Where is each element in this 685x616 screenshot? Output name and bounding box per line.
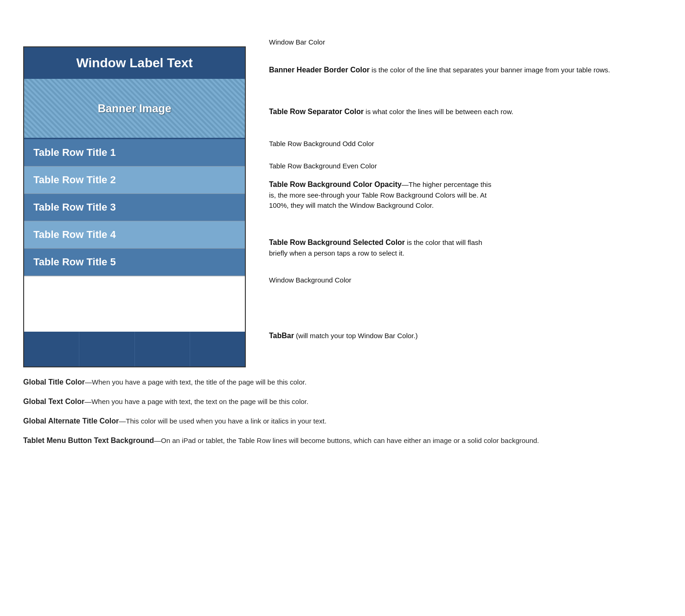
table-row-title: Table Row Title 4 (33, 229, 116, 240)
annotations-panel: Window Bar Color Banner Header Border Co… (246, 19, 610, 349)
annotation-label-rest: is the color of the line that separates … (370, 66, 610, 74)
annotation-row-bg-even: Table Row Background Even Color (269, 161, 610, 172)
annotation-banner-border: Banner Header Border Color is the color … (269, 64, 610, 76)
table-row[interactable]: Table Row Title 2 (24, 167, 245, 194)
annotation-label-bold: Table Row Separator Color (269, 108, 364, 116)
bottom-text-section: Global Title Color—When you have a page … (9, 367, 676, 464)
table-rows: Table Row Title 1 Table Row Title 2 Tabl… (24, 139, 245, 276)
table-row-title: Table Row Title 3 (33, 201, 116, 213)
term-label: Global Text Color (23, 398, 84, 405)
table-row-title: Table Row Title 2 (33, 174, 116, 186)
annotation-row-separator: Table Row Separator Color is what color … (269, 106, 610, 117)
table-row[interactable]: Table Row Title 4 (24, 221, 245, 249)
term-label: Global Alternate Title Color (23, 417, 119, 425)
table-row-title: Table Row Title 1 (33, 147, 116, 158)
annotation-label-bold: Banner Header Border Color (269, 66, 370, 74)
tab-bar-item[interactable] (24, 332, 79, 366)
annotation-label: Window Background Color (269, 276, 352, 284)
phone-mockup: Window Label Text Banner Image Table Row… (23, 46, 246, 367)
window-bar: Window Label Text (24, 47, 245, 79)
bottom-text-item: Global Alternate Title Color—This color … (23, 416, 662, 427)
annotation-label: Table Row Background Even Color (269, 162, 377, 170)
table-row-title: Table Row Title 5 (33, 256, 116, 268)
banner-image: Banner Image (24, 79, 245, 139)
table-row[interactable]: Table Row Title 3 (24, 194, 245, 221)
annotation-row-bg-opacity: Table Row Background Color Opacity—The h… (269, 179, 492, 211)
annotation-label: Table Row Background Odd Color (269, 140, 374, 148)
annotation-label-bold: TabBar (269, 332, 294, 340)
term-rest: —This color will be used when you have a… (119, 417, 326, 425)
annotation-tabbar: TabBar (will match your top Window Bar C… (269, 330, 610, 341)
bottom-text-item: Global Text Color—When you have a page w… (23, 396, 662, 407)
annotation-label-bold: Table Row Background Selected Color (269, 238, 405, 246)
annotation-label-bold: Table Row Background Color Opacity (269, 180, 402, 188)
tab-bar-item[interactable] (135, 332, 190, 366)
banner-image-text: Banner Image (98, 102, 172, 115)
annotation-label-rest: is what color the lines will be between … (364, 108, 513, 116)
annotation-label-rest: (will match your top Window Bar Color.) (294, 332, 418, 340)
tab-bar-item[interactable] (79, 332, 134, 366)
annotation-row-bg-odd: Table Row Background Odd Color (269, 139, 610, 149)
bottom-text-item: Global Title Color—When you have a page … (23, 377, 662, 388)
annotation-window-bg: Window Background Color (269, 275, 610, 286)
annotation-window-bar-color: Window Bar Color (269, 37, 610, 48)
term-rest: —When you have a page with text, the tit… (85, 378, 307, 386)
annotation-label: Window Bar Color (269, 38, 325, 46)
term-rest: —When you have a page with text, the tex… (84, 398, 308, 405)
table-row[interactable]: Table Row Title 1 (24, 139, 245, 167)
term-label: Tablet Menu Button Text Background (23, 436, 154, 444)
table-row[interactable]: Table Row Title 5 (24, 249, 245, 276)
term-rest: —On an iPad or tablet, the Table Row lin… (154, 436, 539, 444)
tab-bar (24, 332, 245, 366)
bottom-text-item: Tablet Menu Button Text Background—On an… (23, 435, 662, 446)
term-label: Global Title Color (23, 378, 85, 386)
window-bar-title: Window Label Text (33, 56, 236, 71)
window-background-area (24, 276, 245, 332)
annotation-row-bg-selected: Table Row Background Selected Color is t… (269, 237, 492, 259)
tab-bar-item[interactable] (190, 332, 245, 366)
